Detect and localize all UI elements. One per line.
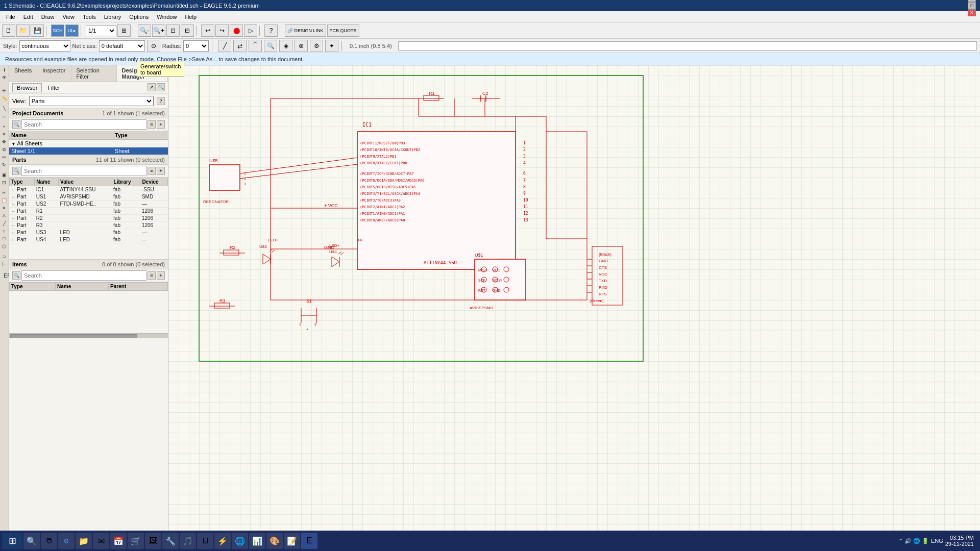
rotate-icon[interactable]: ↻ (1, 161, 8, 168)
taskbar-app2[interactable]: 🎵 (180, 533, 196, 549)
maximize-button[interactable]: □ (968, 2, 976, 9)
taskbar-app7[interactable]: 🎨 (266, 533, 283, 549)
zoom-in-button[interactable]: 🔍+ (152, 24, 165, 37)
generate-board-button[interactable]: ⊞ (117, 24, 131, 37)
taskbar-task-view[interactable]: ⧉ (41, 533, 57, 549)
menu-file[interactable]: File (2, 13, 19, 21)
tab-sheets[interactable]: Sheets (9, 65, 37, 82)
open-button[interactable]: 📁 (16, 24, 30, 37)
style-selector[interactable]: continuous (19, 40, 70, 52)
line-icon[interactable]: ╱ (1, 220, 8, 227)
sheet-selector[interactable]: 1/1 (86, 25, 116, 36)
menu-help[interactable]: Help (181, 13, 201, 21)
start-button[interactable]: ⊞ (2, 533, 22, 549)
tab-selection-filter[interactable]: Selection Filter (71, 65, 117, 82)
settings2-button[interactable]: ✦ (325, 40, 338, 52)
canvas-area[interactable]: IC1 (PCINT11/RESET/DW)PB3 (PCINT10/INT0/… (168, 65, 980, 536)
table-row[interactable]: ↔ Part US3 LED fab — (10, 229, 168, 236)
table-row[interactable]: Sheet 1/1 Sheet (9, 147, 168, 155)
close-button[interactable]: ✕ (968, 9, 976, 16)
taskbar-app3[interactable]: 🖥 (197, 533, 213, 549)
mark-button[interactable]: ◈ (279, 40, 292, 52)
rect-icon[interactable]: □ (1, 235, 8, 242)
scrollbar-thumb[interactable] (10, 334, 137, 338)
radius-selector[interactable]: 0 (183, 40, 209, 52)
wire-button[interactable]: ╱ (218, 40, 231, 52)
design-link-button[interactable]: 🔗 DESIGN LINK (285, 24, 326, 37)
table-row[interactable]: ↔ Part US2 FTDI-SMD-HE.. fab — (10, 201, 168, 208)
menu-view[interactable]: View (58, 13, 79, 21)
command-input[interactable] (398, 41, 977, 51)
project-docs-list-icon[interactable]: ≡ (148, 120, 156, 129)
menu-options[interactable]: Options (125, 13, 153, 21)
table-row[interactable]: ↔ Part US4 LED fab — (10, 236, 168, 243)
tab-browser[interactable]: Browser (12, 83, 42, 92)
junction-button[interactable]: ⊙ (147, 40, 160, 52)
taskbar-app5[interactable]: 🌐 (232, 533, 248, 549)
pcb-quote-button[interactable]: PCB QUOTE (327, 24, 359, 37)
new-button[interactable]: 🗋 (2, 24, 15, 37)
taskbar-edge[interactable]: e (58, 533, 75, 549)
table-row[interactable]: ↔ Part US1 AVRISPSMD fab SMD (10, 193, 168, 201)
paste-icon[interactable]: 📋 (1, 197, 8, 204)
taskbar-photos[interactable]: 🖼 (145, 533, 161, 549)
panel-scrollbar[interactable] (9, 333, 168, 338)
erc-button[interactable]: ERC ⚠ (1, 271, 8, 280)
sch-btn[interactable]: SCH (51, 24, 64, 37)
tab-filter[interactable]: Filter (43, 83, 64, 92)
table-row[interactable]: ↔ Part R1 fab 1206 (10, 208, 168, 215)
menu-library[interactable]: Library (100, 13, 126, 21)
cut-icon[interactable]: ✂ (1, 189, 8, 196)
add-part-icon[interactable]: + (1, 123, 8, 130)
view-help-icon[interactable]: ? (157, 97, 165, 105)
menu-tools[interactable]: Tools (79, 13, 100, 21)
mirror-button[interactable]: ⇄ (233, 40, 247, 52)
settings1-button[interactable]: ⚙ (310, 40, 323, 52)
label-icon[interactable]: ⊢ (1, 261, 8, 268)
zoom-out-button[interactable]: 🔍- (138, 24, 151, 37)
taskbar-store[interactable]: 🛒 (128, 533, 144, 549)
menu-edit[interactable]: Edit (19, 13, 37, 21)
taskbar-app6[interactable]: 📊 (249, 533, 265, 549)
project-docs-add-icon[interactable]: + (157, 120, 165, 129)
zoom-fit-button[interactable]: ⊡ (166, 24, 180, 37)
project-docs-search[interactable] (21, 119, 146, 130)
ruler-icon[interactable]: 📏 (1, 95, 8, 102)
stop-button[interactable]: ⬤ (230, 24, 243, 37)
table-row[interactable]: ↔ Part IC1 ATTINY44-SSU fab -SSU (10, 186, 168, 193)
taskbar-calendar[interactable]: 📅 (110, 533, 127, 549)
taskbar-search[interactable]: 🔍 (23, 533, 40, 549)
table-row[interactable]: ↔ Part R2 fab 1206 (10, 215, 168, 222)
net-icon[interactable]: ⊃ (1, 253, 8, 260)
draw-wire-icon[interactable]: ╲ (1, 105, 8, 112)
tab-design-manager[interactable]: Design Manager (117, 65, 168, 82)
arc-button[interactable]: ⌒ (249, 40, 262, 52)
browser-move-icon[interactable]: ↗ (148, 83, 156, 91)
table-row[interactable]: ▼ All Sheets (9, 140, 168, 147)
items-search[interactable] (21, 270, 146, 281)
parts-search[interactable] (21, 166, 146, 176)
parts-add-icon[interactable]: + (157, 167, 165, 175)
menu-window[interactable]: Window (153, 13, 181, 21)
parts-list-icon[interactable]: ≡ (148, 167, 156, 175)
help-button[interactable]: ? (264, 24, 278, 37)
info-icon[interactable]: ℹ (1, 66, 8, 73)
items-list-icon[interactable]: ≡ (148, 271, 156, 280)
view-dropdown[interactable]: Parts Nets Instances (29, 96, 154, 106)
menu-draw[interactable]: Draw (37, 13, 59, 21)
save-button[interactable]: 💾 (31, 24, 44, 37)
draw-bus-icon[interactable]: ═ (1, 113, 8, 120)
ungroup-icon[interactable]: ⊡ (1, 179, 8, 186)
select-icon[interactable]: ✛ (1, 87, 8, 94)
ulp-btn[interactable]: UL▸ (65, 24, 79, 37)
taskbar-app8[interactable]: 📝 (284, 533, 300, 549)
zoom-custom-button[interactable]: ⊟ (181, 24, 194, 37)
taskbar-explorer[interactable]: 📁 (76, 533, 92, 549)
group-icon[interactable]: ▣ (1, 171, 8, 179)
circle-icon[interactable]: ○ (1, 228, 8, 235)
undo-button[interactable]: ↩ (201, 24, 214, 37)
play-button[interactable]: ▷ (244, 24, 257, 37)
smash-icon[interactable]: ✦ (1, 131, 8, 138)
eye-icon[interactable]: 👁 (1, 74, 8, 81)
move-icon[interactable]: ✥ (1, 138, 8, 145)
